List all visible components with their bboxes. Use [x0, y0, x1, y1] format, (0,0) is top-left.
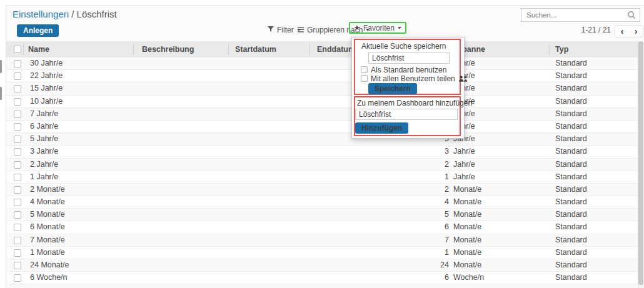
table-row[interactable]: 22 Jahr/e22Jahr/eStandard [6, 70, 638, 82]
row-checkbox[interactable] [14, 72, 21, 80]
cell-typ: Standard [555, 272, 587, 284]
column-header-name[interactable]: Name [28, 41, 49, 57]
cell-typ: Standard [555, 259, 587, 271]
save-favorite-button[interactable]: Speichern [368, 83, 417, 94]
cell-typ: Standard [555, 57, 587, 69]
cell-zeitspanne-unit: Woche/n [453, 272, 484, 284]
table-row[interactable]: 15 Jahr/e15Jahr/eStandard [6, 82, 638, 95]
column-header-startdatum[interactable]: Startdatum [235, 41, 276, 57]
cell-name: 22 Jahr/e [30, 70, 63, 82]
table-row[interactable]: 1 Jahr/e1Jahr/eStandard [6, 171, 638, 184]
table-row[interactable]: 2 Jahr/e2Jahr/eStandard [6, 159, 638, 171]
search-input[interactable] [521, 11, 627, 19]
favorites-button[interactable]: ★ Favoriten [349, 22, 406, 34]
column-divider [23, 44, 24, 55]
table-row[interactable]: 6 Jahr/e6Jahr/eStandard [6, 121, 638, 133]
table-row-partial[interactable] [6, 284, 638, 288]
table-body: 30 Jahr/e30Jahr/eStandard22 Jahr/e22Jahr… [6, 57, 638, 288]
table-row[interactable]: 6 Monat/e6Monat/eStandard [6, 221, 638, 234]
cell-zeitspanne-value: 1 [406, 171, 449, 183]
table-row[interactable]: 6 Woche/n6Woche/nStandard [6, 272, 638, 284]
row-checkbox[interactable] [14, 237, 21, 244]
table-row[interactable]: 4 Monat/e4Monat/eStandard [6, 196, 638, 209]
save-search-title: Aktuelle Suche speichern [361, 42, 446, 51]
cell-typ: Standard [555, 196, 587, 208]
search-box [521, 8, 640, 22]
left-edge-marker [0, 60, 2, 73]
dashboard-name-input[interactable] [355, 109, 458, 120]
table-row[interactable]: 1 Monat/e1Monat/eStandard [6, 247, 638, 259]
table-row[interactable]: 7 Monat/e7Monat/eStandard [6, 234, 638, 247]
column-header-beschreibung[interactable]: Beschreibung [142, 41, 194, 57]
use-by-default-checkbox[interactable] [361, 66, 368, 73]
funnel-icon [268, 26, 274, 34]
row-checkbox[interactable] [14, 186, 21, 194]
row-checkbox[interactable] [14, 262, 21, 269]
cell-typ: Standard [555, 171, 587, 183]
column-divider [133, 44, 134, 55]
cell-zeitspanne-value: 5 [406, 209, 449, 221]
cell-name: 5 Monat/e [30, 209, 65, 221]
row-checkbox[interactable] [14, 123, 21, 131]
cell-zeitspanne-value: 4 [406, 196, 449, 208]
create-button[interactable]: Anlegen [17, 24, 59, 37]
pager: ‹ › [615, 25, 643, 37]
pager-previous-button[interactable]: ‹ [615, 26, 629, 37]
row-checkbox[interactable] [14, 274, 21, 282]
share-all-users-checkbox[interactable] [361, 75, 368, 82]
cell-typ: Standard [555, 121, 587, 132]
row-checkbox[interactable] [14, 85, 21, 92]
cell-typ: Standard [555, 108, 587, 120]
row-checkbox[interactable] [14, 249, 21, 257]
pager-next-button[interactable]: › [629, 26, 643, 37]
row-checkbox[interactable] [14, 98, 21, 106]
column-header-typ[interactable]: Typ [555, 41, 568, 57]
column-divider [549, 44, 550, 55]
row-checkbox[interactable] [14, 224, 21, 231]
use-by-default-label: Als Standard benutzen [371, 66, 446, 74]
cell-typ: Standard [555, 221, 587, 233]
table-row[interactable]: 10 Jahr/e10Jahr/eStandard [6, 96, 638, 108]
share-all-users-label: Mit allen Benutzern teilen [371, 74, 455, 83]
left-edge-marker [0, 87, 2, 100]
row-checkbox[interactable] [14, 174, 21, 181]
add-to-dashboard-button[interactable]: Hinzufügen [355, 122, 408, 134]
breadcrumb-parent-link[interactable]: Einstellungen [13, 9, 69, 19]
table-row[interactable]: 30 Jahr/e30Jahr/eStandard [6, 57, 638, 70]
table-row[interactable]: 5 Jahr/e5Jahr/eStandard [6, 133, 638, 146]
row-checkbox[interactable] [14, 211, 21, 219]
cell-name: 24 Monat/e [30, 259, 69, 271]
save-search-name-input[interactable] [368, 52, 450, 64]
scrollbar-thumb[interactable] [638, 41, 643, 285]
use-default-row: Als Standard benutzen [361, 66, 446, 74]
row-checkbox[interactable] [14, 199, 21, 206]
cell-name: 10 Jahr/e [30, 96, 63, 107]
table-row[interactable]: 5 Monat/e5Monat/eStandard [6, 209, 638, 221]
table-row[interactable]: 3 Jahr/e3Jahr/eStandard [6, 146, 638, 158]
select-all-checkbox[interactable] [14, 46, 21, 53]
row-checkbox[interactable] [14, 148, 21, 156]
cell-typ: Standard [555, 96, 587, 107]
cell-zeitspanne-value: 6 [406, 221, 449, 233]
share-row: Mit allen Benutzern teilen [361, 74, 468, 82]
cell-zeitspanne-unit: Monat/e [453, 247, 481, 259]
cell-zeitspanne-unit: Monat/e [453, 209, 481, 221]
magnifier-icon [627, 11, 636, 19]
cell-name: 6 Monat/e [30, 221, 65, 233]
table-row[interactable]: 24 Monat/e24Monat/eStandard [6, 259, 638, 272]
cell-zeitspanne-value: 1 [406, 247, 449, 259]
cell-zeitspanne-value: 7 [406, 234, 449, 246]
row-checkbox[interactable] [14, 111, 21, 118]
row-checkbox[interactable] [14, 136, 21, 143]
column-header-enddatum[interactable]: Enddatum [317, 41, 355, 57]
cell-zeitspanne-value: 24 [406, 259, 449, 271]
cell-zeitspanne-unit: Monat/e [453, 196, 481, 208]
dashboard-title: Zu meinem Dashboard hinzufügen [357, 99, 472, 107]
row-checkbox[interactable] [14, 161, 21, 169]
cell-name: 1 Jahr/e [30, 171, 58, 183]
cell-zeitspanne-unit: Monat/e [453, 184, 481, 196]
table-row[interactable]: 2 Monat/e2Monat/eStandard [6, 184, 638, 196]
star-icon: ★ [354, 24, 360, 31]
table-row[interactable]: 7 Jahr/e7Jahr/eStandard [6, 108, 638, 121]
row-checkbox[interactable] [14, 60, 21, 67]
